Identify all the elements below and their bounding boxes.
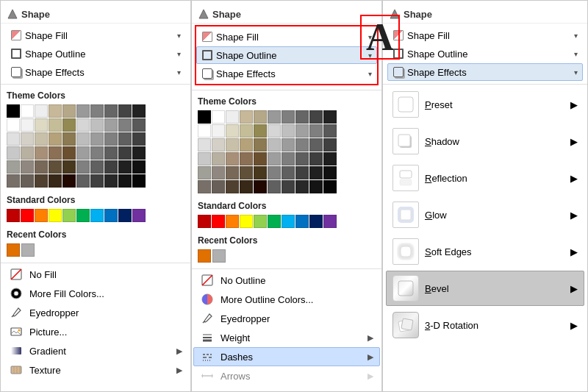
- color-swatch[interactable]: [282, 124, 295, 138]
- color-swatch[interactable]: [282, 110, 295, 124]
- color-swatch[interactable]: [104, 160, 118, 174]
- color-swatch[interactable]: [323, 138, 337, 152]
- weight-item[interactable]: Weight ▶: [193, 328, 380, 347]
- color-swatch[interactable]: [268, 110, 281, 124]
- color-swatch[interactable]: [323, 110, 337, 124]
- color-swatch[interactable]: [212, 215, 225, 228]
- color-swatch[interactable]: [212, 152, 225, 165]
- color-swatch[interactable]: [7, 174, 20, 188]
- color-swatch[interactable]: [132, 104, 146, 118]
- color-swatch[interactable]: [7, 104, 20, 118]
- color-swatch[interactable]: [268, 215, 281, 228]
- effects-soft-edges-item[interactable]: Soft Edges ▶: [386, 234, 584, 269]
- color-swatch[interactable]: [309, 152, 323, 165]
- color-swatch[interactable]: [132, 132, 146, 146]
- color-swatch[interactable]: [7, 243, 20, 257]
- gradient-item[interactable]: Gradient ▶: [2, 341, 189, 360]
- color-swatch[interactable]: [198, 249, 211, 263]
- color-swatch[interactable]: [295, 124, 309, 138]
- color-swatch[interactable]: [309, 138, 323, 152]
- color-swatch[interactable]: [323, 152, 337, 165]
- color-swatch[interactable]: [118, 160, 132, 174]
- color-swatch[interactable]: [323, 180, 337, 193]
- color-swatch[interactable]: [118, 174, 132, 188]
- eyedropper-item-mid[interactable]: Eyedropper: [193, 309, 380, 328]
- color-swatch[interactable]: [254, 215, 267, 228]
- color-swatch[interactable]: [295, 180, 309, 193]
- eyedropper-item-left[interactable]: Eyedropper: [2, 303, 189, 322]
- color-swatch[interactable]: [76, 174, 90, 188]
- color-swatch[interactable]: [240, 124, 253, 138]
- effects-3d-rotation-item[interactable]: 3-D Rotation ▶: [386, 307, 584, 343]
- color-swatch[interactable]: [76, 118, 90, 132]
- more-outline-colors-item[interactable]: More Outline Colors...: [193, 290, 380, 309]
- color-swatch[interactable]: [282, 166, 295, 179]
- color-swatch[interactable]: [21, 243, 35, 257]
- color-swatch[interactable]: [21, 104, 34, 118]
- effects-bevel-item[interactable]: Bevel ▶: [386, 271, 584, 306]
- color-swatch[interactable]: [62, 118, 76, 132]
- color-swatch[interactable]: [254, 110, 267, 124]
- color-swatch[interactable]: [323, 166, 337, 179]
- color-swatch[interactable]: [35, 160, 48, 174]
- color-swatch[interactable]: [132, 160, 146, 174]
- color-swatch[interactable]: [295, 138, 309, 152]
- color-swatch[interactable]: [76, 104, 90, 118]
- color-swatch[interactable]: [35, 174, 48, 188]
- color-swatch[interactable]: [226, 110, 239, 124]
- color-swatch[interactable]: [282, 180, 295, 193]
- color-swatch[interactable]: [240, 166, 253, 179]
- color-swatch[interactable]: [49, 160, 62, 174]
- color-swatch[interactable]: [240, 152, 253, 165]
- color-swatch[interactable]: [90, 174, 104, 188]
- color-swatch[interactable]: [7, 209, 20, 222]
- color-swatch[interactable]: [21, 118, 34, 132]
- color-swatch[interactable]: [90, 160, 104, 174]
- color-swatch[interactable]: [104, 118, 118, 132]
- color-swatch[interactable]: [254, 166, 267, 179]
- color-swatch[interactable]: [21, 160, 34, 174]
- color-swatch[interactable]: [90, 209, 104, 222]
- color-swatch[interactable]: [226, 152, 239, 165]
- color-swatch[interactable]: [240, 180, 253, 193]
- more-fill-colors-item[interactable]: More Fill Colors...: [2, 284, 189, 303]
- middle-shape-effects-btn[interactable]: Shape Effects ▾: [196, 65, 377, 82]
- color-swatch[interactable]: [295, 152, 309, 165]
- texture-item[interactable]: Texture ▶: [2, 360, 189, 379]
- color-swatch[interactable]: [268, 166, 281, 179]
- color-swatch[interactable]: [295, 215, 309, 228]
- color-swatch[interactable]: [212, 166, 225, 179]
- color-swatch[interactable]: [62, 132, 76, 146]
- color-swatch[interactable]: [35, 132, 48, 146]
- color-swatch[interactable]: [21, 146, 34, 160]
- color-swatch[interactable]: [118, 132, 132, 146]
- color-swatch[interactable]: [198, 152, 211, 165]
- color-swatch[interactable]: [323, 215, 337, 228]
- color-swatch[interactable]: [254, 124, 267, 138]
- color-swatch[interactable]: [295, 166, 309, 179]
- color-swatch[interactable]: [268, 152, 281, 165]
- color-swatch[interactable]: [282, 152, 295, 165]
- color-swatch[interactable]: [132, 209, 146, 222]
- color-swatch[interactable]: [35, 209, 48, 222]
- color-swatch[interactable]: [35, 146, 48, 160]
- color-swatch[interactable]: [104, 104, 118, 118]
- color-swatch[interactable]: [226, 124, 239, 138]
- no-fill-item[interactable]: No Fill: [2, 265, 189, 284]
- color-swatch[interactable]: [282, 138, 295, 152]
- color-swatch[interactable]: [21, 174, 34, 188]
- color-swatch[interactable]: [268, 138, 281, 152]
- middle-shape-fill-btn[interactable]: Shape Fill ▾: [196, 28, 377, 46]
- color-swatch[interactable]: [254, 180, 267, 193]
- color-swatch[interactable]: [309, 215, 323, 228]
- right-shape-outline-btn[interactable]: Shape Outline ▾: [387, 45, 583, 63]
- color-swatch[interactable]: [226, 166, 239, 179]
- color-swatch[interactable]: [118, 146, 132, 160]
- color-swatch[interactable]: [104, 174, 118, 188]
- color-swatch[interactable]: [62, 209, 76, 222]
- color-swatch[interactable]: [212, 110, 225, 124]
- effects-preset-item[interactable]: Preset ▶: [386, 87, 584, 122]
- color-swatch[interactable]: [212, 124, 225, 138]
- color-swatch[interactable]: [90, 104, 104, 118]
- color-swatch[interactable]: [132, 146, 146, 160]
